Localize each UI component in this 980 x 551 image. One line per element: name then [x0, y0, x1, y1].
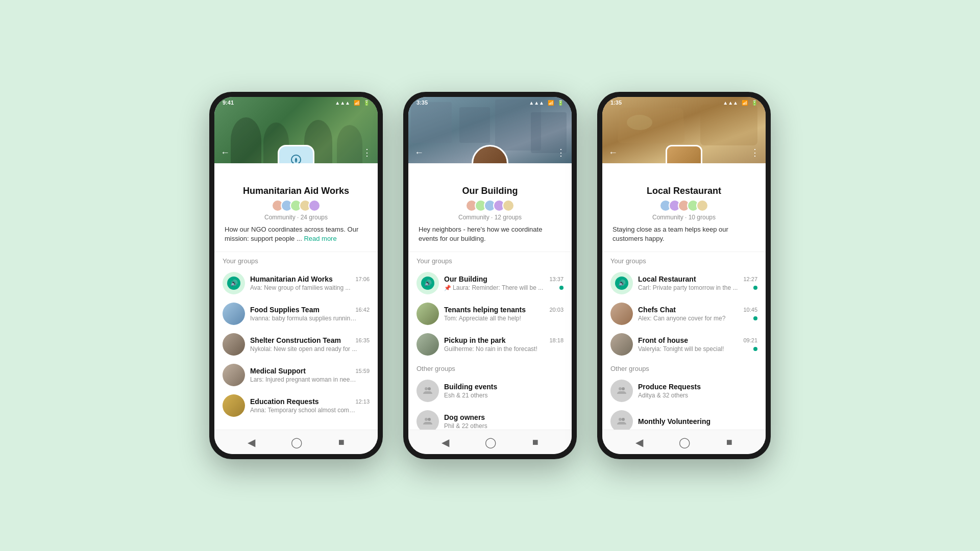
phone3-other2-avatar: [610, 410, 633, 430]
phone1-group2-name: Food Supplies Team: [250, 306, 320, 314]
phone1-more-icon[interactable]: ⋮: [362, 147, 372, 158]
phone3-group3-name: Front of house: [638, 336, 688, 344]
phone1-home-btn[interactable]: ◯: [291, 436, 302, 448]
phone2-home-btn[interactable]: ◯: [485, 436, 496, 448]
phone2-group2-info: Tenants helping tenants 20:03 Tom: Appre…: [444, 306, 564, 322]
phone3-other-group-2[interactable]: Monthly Volunteering: [602, 406, 766, 430]
phone3-group1-preview: Carl: Private party tomorrow in the ...: [638, 284, 738, 291]
phone-2: 3:35 ▲▲▲ 📶 🔋 ← ⋮ Our Building: [403, 92, 577, 459]
phone2-other1-avatar: [416, 380, 439, 402]
phone2-group-3[interactable]: Pickup in the park 18:18 Guilherme: No r…: [408, 329, 572, 360]
phone2-other1-info: Building events Esh & 21 others: [444, 383, 564, 399]
phone3-community-info: Local Restaurant Community · 10 groups S…: [602, 163, 766, 252]
phone3-header-bg: 1:35 ▲▲▲ 📶 🔋 ← ⋮: [602, 97, 766, 163]
phone3-other-group-1[interactable]: Produce Requests Aditya & 32 others: [602, 375, 766, 406]
phone2-group1-name: Our Building: [444, 275, 487, 283]
phone3-group-1[interactable]: 🔊 Local Restaurant 12:27 Carl: Private p…: [602, 268, 766, 298]
phone2-group1-preview: 📌 Laura: Reminder: There will be ...: [444, 284, 543, 291]
phone3-group-2[interactable]: Chefs Chat 10:45 Alex: Can anyone cover …: [602, 298, 766, 329]
phone3-group3-avatar: [610, 333, 633, 356]
phone2-group3-preview: Guilherme: No rain in the forecast!: [444, 345, 537, 353]
phone2-group-2[interactable]: Tenants helping tenants 20:03 Tom: Appre…: [408, 298, 572, 329]
phone1-group5-name: Education Requests: [250, 397, 319, 406]
phone-1: 9:41 ▲▲▲ 📶 🔋 ← ⋮: [209, 92, 383, 459]
phone1-group2-time: 16:42: [355, 307, 370, 313]
phone2-other-group-1[interactable]: Building events Esh & 21 others: [408, 375, 572, 406]
phone3-other1-info: Produce Requests Aditya & 32 others: [638, 383, 757, 399]
phone3-group3-preview: Valeryia: Tonight will be special!: [638, 345, 724, 353]
phone2-group2-name: Tenants helping tenants: [444, 306, 526, 314]
phone2-other1-sub: Esh & 21 others: [444, 392, 487, 399]
phone3-back-icon[interactable]: ←: [608, 147, 618, 158]
phone3-group3-unread: [753, 347, 757, 351]
phone2-other1-name: Building events: [444, 383, 497, 391]
phone2-group2-preview: Tom: Appreciate all the help!: [444, 315, 521, 322]
phone1-member-avatars: [223, 199, 370, 212]
phone3-groups-scroll[interactable]: Your groups 🔊 Local Restaurant 12:27 Car…: [602, 252, 766, 430]
phone1-community-info: Humanitarian Aid Works Community · 24 gr…: [214, 163, 378, 252]
phone1-group1-info: Humanitarian Aid Works 17:06 Ava: New gr…: [250, 275, 370, 291]
phone3-group1-avatar: 🔊: [610, 272, 633, 294]
phone2-groups-scroll[interactable]: Your groups 🔊 Our Building 13:37 📌 Laura…: [408, 252, 572, 430]
phone1-community-meta: Community · 24 groups: [223, 214, 370, 221]
phones-container: 9:41 ▲▲▲ 📶 🔋 ← ⋮: [209, 92, 771, 459]
phone3-group3-time: 09:21: [743, 337, 757, 343]
phone2-other2-info: Dog owners Phil & 22 others: [444, 413, 564, 430]
phone3-group1-name: Local Restaurant: [638, 275, 696, 283]
phone2-avatar-5: [502, 199, 514, 212]
svg-point-1: [295, 159, 297, 161]
phone3-home-btn[interactable]: ◯: [679, 436, 690, 448]
phone2-back-icon[interactable]: ←: [414, 147, 424, 158]
phone1-groups-scroll[interactable]: Your groups 🔊 Humanitarian Aid Works 17:…: [214, 252, 378, 430]
phone3-group1-unread: [753, 286, 757, 290]
phone2-recent-btn[interactable]: ■: [532, 436, 538, 448]
phone2-status-bar: 3:35 ▲▲▲ 📶 🔋: [408, 97, 572, 108]
phone1-group1-speaker: 🔊: [227, 277, 240, 290]
phone3-community-name: Local Restaurant: [610, 186, 757, 196]
phone3-group1-speaker: 🔊: [615, 277, 628, 290]
phone2-group-1[interactable]: 🔊 Our Building 13:37 📌 Laura: Reminder: …: [408, 268, 572, 298]
phone2-your-groups-label: Your groups: [408, 252, 572, 268]
phone1-group3-avatar: [223, 333, 245, 356]
phone2-status-icons: ▲▲▲ 📶 🔋: [529, 100, 564, 106]
phone1-group-2[interactable]: Food Supplies Team 16:42 Ivanna: baby fo…: [214, 298, 378, 329]
svg-point-4: [425, 418, 428, 421]
phone1-group5-preview: Anna: Temporary school almost comp...: [250, 407, 357, 414]
phone1-group5-time: 12:13: [355, 398, 370, 405]
phone3-back-btn[interactable]: ◀: [635, 436, 643, 448]
phone1-group-1[interactable]: 🔊 Humanitarian Aid Works 17:06 Ava: New …: [214, 268, 378, 298]
phone1-group-4[interactable]: Medical Support 15:59 Lars: Injured preg…: [214, 360, 378, 390]
phone2-group1-time: 13:37: [549, 276, 564, 282]
phone1-group4-name: Medical Support: [250, 367, 306, 375]
phone1-recent-btn[interactable]: ■: [338, 436, 345, 448]
svg-point-8: [619, 418, 622, 421]
phone3-recent-btn[interactable]: ■: [726, 436, 732, 448]
phone2-back-btn[interactable]: ◀: [442, 436, 449, 448]
phone1-group-3[interactable]: Shelter Construction Team 16:35 Nykolai:…: [214, 329, 378, 360]
phone1-back-btn[interactable]: ◀: [248, 436, 255, 448]
phone3-other1-sub: Aditya & 32 others: [638, 392, 688, 399]
phone1-your-groups-label: Your groups: [214, 252, 378, 268]
phone3-other2-info: Monthly Volunteering: [638, 417, 757, 425]
phone1-group5-avatar: [223, 394, 245, 417]
phone3-group2-avatar: [610, 303, 633, 325]
phone1-back-icon[interactable]: ←: [220, 147, 230, 158]
phone3-group-avatar: [666, 145, 702, 163]
phone1-read-more[interactable]: Read more: [304, 235, 336, 242]
phone1-group-5[interactable]: Education Requests 12:13 Anna: Temporary…: [214, 390, 378, 421]
phone2-status-time: 3:35: [416, 99, 428, 106]
phone1-group3-info: Shelter Construction Team 16:35 Nykolai:…: [250, 336, 370, 353]
phone2-more-icon[interactable]: ⋮: [556, 147, 566, 158]
phone3-group-3[interactable]: Front of house 09:21 Valeryia: Tonight w…: [602, 329, 766, 360]
phone3-other1-avatar: [610, 380, 633, 402]
phone2-other2-name: Dog owners: [444, 413, 485, 421]
phone3-group2-unread: [753, 316, 757, 320]
phone3-more-icon[interactable]: ⋮: [750, 147, 760, 158]
svg-point-2: [425, 387, 428, 390]
phone2-community-meta: Community · 12 groups: [416, 214, 564, 221]
phone3-group1-time: 12:27: [743, 276, 757, 282]
phone2-other-group-2[interactable]: Dog owners Phil & 22 others: [408, 406, 572, 430]
phone2-community-desc: Hey neighbors - here's how we coordinate…: [416, 225, 564, 247]
phone2-member-avatars: [416, 199, 564, 212]
svg-point-7: [622, 387, 625, 390]
